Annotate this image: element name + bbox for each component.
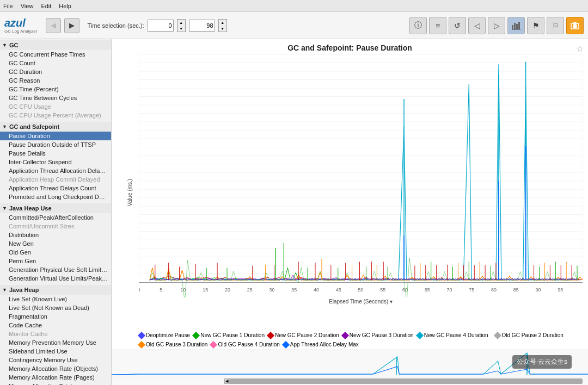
sidebar-item-memory-alloc-objects[interactable]: Memory Allocation Rate (Objects) — [0, 364, 111, 373]
sidebar-item-gc-reason[interactable]: GC Reason — [0, 76, 111, 85]
time-start-input[interactable] — [148, 20, 174, 32]
sidebar-item-perm-gen[interactable]: Perm Gen — [0, 257, 111, 265]
sidebar-item-new-gen[interactable]: New Gen — [0, 239, 111, 248]
bookmark2-button[interactable]: ⚐ — [547, 17, 564, 34]
toolbar: azul GC Log Analyzer ◀ ▶ Time selection … — [0, 12, 588, 39]
sidebar-item-gc-cpu-usage: GC CPU Usage — [0, 102, 111, 111]
sidebar-item-sideband-limited[interactable]: Sideband Limited Use — [0, 347, 111, 356]
svg-text:90: 90 — [536, 287, 541, 293]
legend-app-thread-alloc: App Thread Alloc Delay Max — [283, 341, 359, 347]
back-button[interactable]: ◀ — [46, 18, 61, 33]
list-button[interactable]: ≡ — [429, 17, 446, 34]
svg-text:80: 80 — [491, 287, 497, 293]
time-end-spin-up[interactable]: ▲ — [219, 20, 226, 26]
sidebar-item-code-cache[interactable]: Code Cache — [0, 321, 111, 330]
svg-text:0: 0 — [139, 287, 140, 293]
sidebar-section-java-heap-use: ▼ Java Heap Use Committed/Peak/AfterColl… — [0, 202, 111, 284]
sidebar-section-gc: ▼ GC GC Concurrent Phase Times GC Count … — [0, 39, 111, 121]
menu-file[interactable]: File — [3, 3, 13, 9]
chart-button[interactable] — [507, 17, 525, 34]
sidebar-section-java-heap: ▼ Java Heap Live Set (Known Live) Live S… — [0, 284, 111, 385]
svg-text:15: 15 — [203, 287, 208, 293]
sidebar-item-app-thread-alloc-delay[interactable]: Application Thread Allocation Delay… — [0, 166, 111, 175]
time-end-spinner[interactable]: ▲ ▼ — [218, 19, 227, 32]
menu-help[interactable]: Help — [59, 3, 71, 9]
sidebar-section-java-heap-header[interactable]: ▼ Java Heap — [0, 285, 111, 295]
sidebar-item-pause-details[interactable]: Pause Details — [0, 149, 111, 158]
sidebar-item-commit-uncommit: Commit/Uncommit Sizes — [0, 222, 111, 231]
sidebar-item-gen-physical-soft[interactable]: Generation Physical Use Soft Limits… — [0, 265, 111, 274]
sidebar-item-gc-time-percent[interactable]: GC Time (Percent) — [0, 85, 111, 94]
sidebar-item-contingency-memory[interactable]: Contingency Memory Use — [0, 356, 111, 364]
time-end-input[interactable] — [189, 20, 215, 32]
svg-rect-7 — [573, 22, 577, 24]
gc-safepoint-arrow: ▼ — [2, 124, 7, 129]
sidebar-item-fragmentation[interactable]: Fragmentation — [0, 312, 111, 321]
legend-new-gc-pause-2: New GC Pause 2 Duration — [268, 332, 339, 338]
refresh-button[interactable]: ↺ — [449, 17, 466, 34]
forward-button[interactable]: ▶ — [64, 18, 79, 33]
sidebar-section-gc-safepoint-header[interactable]: ▼ GC and Safepoint — [0, 122, 111, 132]
svg-text:70: 70 — [447, 287, 452, 293]
legend-new-gc-pause-2-label: New GC Pause 2 Duration — [275, 332, 339, 338]
logo-text: azul — [4, 17, 26, 29]
x-axis-label[interactable]: Elapsed Time (Seconds) ▾ — [139, 299, 583, 305]
java-heap-arrow: ▼ — [2, 287, 7, 293]
sidebar-item-gen-virtual-limits[interactable]: Generation Virtual Use Limits/Peak… — [0, 274, 111, 283]
legend-new-gc-pause-4-label: New GC Pause 4 Duration — [424, 332, 488, 338]
scroll-left-button[interactable]: ◀ — [224, 378, 229, 384]
sidebar-item-memory-prevention[interactable]: Memory Prevention Memory Use — [0, 338, 111, 347]
chart-svg-area: 0 2 4 6 8 10 12 14 16 18 20 22 24 26 — [139, 54, 583, 297]
horizontal-scrollbar[interactable] — [229, 378, 583, 384]
time-start-spin-up[interactable]: ▲ — [177, 20, 185, 26]
sidebar-item-pause-duration[interactable]: Pause Duration — [0, 132, 111, 140]
sidebar-item-pause-duration-outside-ttsp[interactable]: Pause Duration Outside of TTSP — [0, 140, 111, 149]
sidebar-item-live-set-not-known[interactable]: Live Set (Not Known as Dead) — [0, 303, 111, 312]
legend-old-gc-pause-2-label: Old GC Pause 2 Duration — [502, 332, 564, 338]
info-button[interactable]: ⓘ — [409, 17, 427, 34]
legend-new-gc-pause-3: New GC Pause 3 Duration — [342, 332, 414, 338]
bookmark-button[interactable]: ⚑ — [527, 17, 544, 34]
sidebar-item-inter-collector-suspend[interactable]: Inter-Collector Suspend — [0, 158, 111, 166]
legend-deoptimize-icon — [138, 331, 145, 339]
gc-section-label: GC — [9, 42, 19, 48]
sidebar-item-app-thread-delays-count[interactable]: Application Thread Delays Count — [0, 184, 111, 192]
legend-new-gc-pause-1: New GC Pause 1 Duration — [193, 332, 265, 338]
sidebar-item-gc-concurrent-phase-times[interactable]: GC Concurrent Phase Times — [0, 50, 111, 59]
legend-old-gc-pause-3-label: Old GC Pause 3 Duration — [146, 341, 207, 347]
sidebar-section-java-heap-use-header[interactable]: ▼ Java Heap Use — [0, 203, 111, 213]
sidebar-section-gc-header[interactable]: ▼ GC — [0, 40, 111, 50]
logo-subtitle: GC Log Analyzer — [4, 29, 37, 34]
time-start-spinner[interactable]: ▲ ▼ — [177, 19, 186, 32]
sidebar-item-promoted-long-checkpoint[interactable]: Promoted and Long Checkpoint Det… — [0, 192, 111, 201]
time-selection-label: Time selection (sec.): — [87, 22, 144, 29]
chart-icon — [511, 21, 521, 30]
menu-view[interactable]: View — [21, 3, 34, 9]
sidebar-item-memory-alloc-total[interactable]: Memory Allocation Total — [0, 382, 111, 385]
legend-old-gc-pause-3: Old GC Pause 3 Duration — [139, 341, 207, 347]
sidebar-item-gc-time-between-cycles[interactable]: GC Time Between Cycles — [0, 94, 111, 102]
sidebar-item-memory-alloc-pages[interactable]: Memory Allocation Rate (Pages) — [0, 373, 111, 382]
prev-button[interactable]: ◁ — [468, 17, 486, 34]
legend-new-gc-pause-4-icon — [416, 331, 424, 339]
x-ticks: 0 5 10 15 20 25 30 35 40 45 50 55 60 65 — [139, 287, 563, 293]
camera-button[interactable] — [566, 17, 584, 34]
time-start-spin-down[interactable]: ▼ — [177, 26, 185, 32]
time-end-spin-down[interactable]: ▼ — [219, 26, 226, 32]
menu-edit[interactable]: Edit — [41, 3, 51, 9]
sidebar-item-gc-count[interactable]: GC Count — [0, 59, 111, 67]
svg-text:65: 65 — [425, 287, 430, 293]
svg-text:35: 35 — [291, 287, 297, 293]
scrollbar-thumb[interactable] — [229, 379, 582, 383]
sidebar-item-distribution[interactable]: Distribution — [0, 231, 111, 239]
sidebar-item-old-gen[interactable]: Old Gen — [0, 248, 111, 257]
gc-section-arrow: ▼ — [2, 42, 7, 48]
sidebar-item-gc-duration[interactable]: GC Duration — [0, 67, 111, 76]
next-button[interactable]: ▷ — [488, 17, 505, 34]
sidebar-item-committed-peak-after[interactable]: Committed/Peak/AfterCollection — [0, 213, 111, 222]
legend-app-thread-alloc-label: App Thread Alloc Delay Max — [290, 341, 359, 347]
svg-text:30: 30 — [270, 287, 275, 293]
star-button[interactable]: ☆ — [576, 44, 584, 54]
legend-deoptimize: Deoptimize Pause — [139, 332, 190, 338]
sidebar-item-live-set-known[interactable]: Live Set (Known Live) — [0, 295, 111, 303]
